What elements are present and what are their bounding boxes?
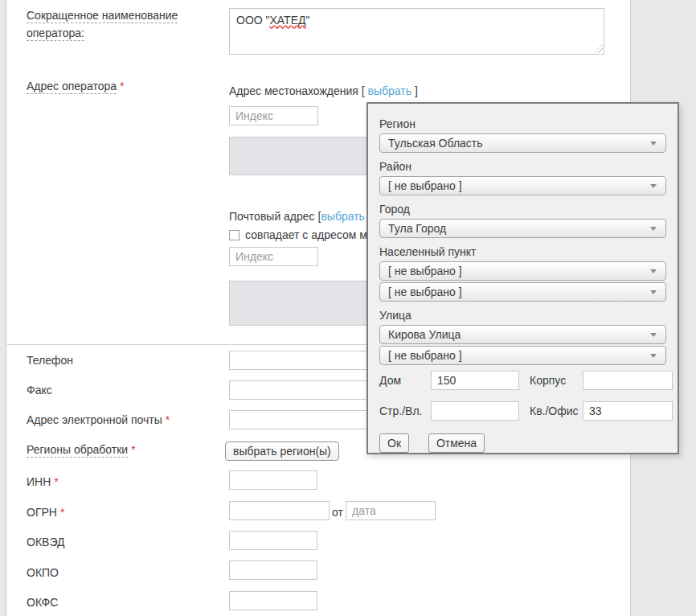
required-asterisk: *	[166, 413, 170, 426]
chevron-down-icon	[650, 269, 657, 273]
cancel-button[interactable]: Отмена	[428, 433, 485, 453]
resize-handle-icon[interactable]	[594, 44, 603, 53]
settlement-select-1[interactable]: [ не выбрано ]	[379, 261, 666, 281]
operator-address-label: Адрес оператора*	[27, 77, 124, 95]
popup-buttons: Ок Отмена	[379, 433, 666, 453]
postal-index-input[interactable]	[229, 247, 318, 266]
office-input[interactable]	[583, 401, 673, 421]
street-select-2[interactable]: [ не выбрано ]	[379, 346, 666, 365]
chevron-down-icon	[650, 354, 657, 358]
postal-select-link[interactable]: выбрать	[321, 210, 365, 223]
required-asterisk: *	[131, 443, 135, 456]
city-select[interactable]: Тула Город	[379, 219, 666, 238]
misspelled-word: ХАТЕД	[270, 14, 306, 27]
required-asterisk: *	[54, 475, 58, 488]
inn-input[interactable]	[229, 470, 317, 490]
okfs-input[interactable]	[229, 591, 317, 610]
short-name-value: ООО "ХАТЕД"	[236, 14, 309, 27]
chevron-down-icon	[650, 290, 657, 294]
left-rail	[0, 0, 6, 616]
district-select[interactable]: [ не выбрано ]	[379, 176, 666, 195]
okved-input[interactable]	[229, 531, 317, 550]
chevron-down-icon	[650, 142, 657, 146]
ogrn-label: ОГРН*	[27, 503, 64, 521]
select-regions-button[interactable]: выбрать регион(ы)	[225, 441, 339, 461]
fax-label: Факс	[27, 381, 52, 399]
short-name-textarea[interactable]: ООО "ХАТЕД"	[229, 8, 604, 55]
location-index-input[interactable]	[229, 106, 318, 125]
building-input[interactable]	[583, 371, 673, 390]
structure-label: Стр./Вл.	[379, 404, 431, 418]
house-label: Дом	[379, 373, 431, 388]
required-asterisk: *	[60, 506, 64, 519]
ok-button[interactable]: Ок	[379, 433, 409, 453]
postal-same-checkbox[interactable]	[229, 230, 240, 240]
short-name-label: Сокращенное наименование оператора:	[27, 6, 213, 42]
structure-input[interactable]	[431, 401, 519, 421]
address-select-popup: Регион Тульская Область Район [ не выбра…	[366, 102, 679, 454]
office-label: Кв./Офис	[519, 404, 583, 418]
postal-same-label: совпадает с адресом ме	[245, 228, 374, 241]
okpo-label: ОКПО	[27, 564, 59, 581]
ogrn-from-label: от	[332, 503, 343, 521]
inn-label: ИНН*	[27, 473, 59, 491]
city-label: Город	[379, 202, 666, 216]
okved-label: ОКВЭД	[27, 533, 64, 551]
ogrn-date-input[interactable]	[346, 501, 436, 520]
settlement-label: Населенный пункт	[379, 244, 666, 259]
postal-address-header: Почтовый адрес [выбрать	[229, 207, 365, 225]
ogrn-input[interactable]	[229, 501, 330, 520]
phone-label: Телефон	[27, 351, 73, 369]
house-fields: Дом Корпус Стр./Вл. Кв./Офис	[379, 371, 666, 421]
chevron-down-icon	[650, 227, 657, 231]
region-select[interactable]: Тульская Область	[379, 133, 666, 153]
okfs-label: ОКФС	[27, 593, 58, 611]
building-label: Корпус	[519, 373, 583, 388]
chevron-down-icon	[650, 184, 657, 188]
okpo-input[interactable]	[229, 561, 317, 580]
settlement-select-2[interactable]: [ не выбрано ]	[379, 282, 666, 302]
district-label: Район	[379, 159, 666, 174]
street-select-1[interactable]: Кирова Улица	[379, 325, 666, 344]
house-input[interactable]	[431, 371, 519, 390]
email-label: Адрес электронной почты*	[27, 411, 170, 429]
location-select-link[interactable]: выбрать	[368, 84, 412, 97]
location-address-header: Адрес местонахождения [ выбрать ]	[229, 82, 418, 100]
operator-registration-form: Сокращенное наименование оператора: ООО …	[0, 0, 696, 616]
postal-same-row: совпадает с адресом ме	[229, 226, 374, 244]
street-label: Улица	[379, 308, 666, 322]
region-label: Регион	[379, 117, 666, 131]
regions-label: Регионы обработки*	[27, 441, 136, 458]
chevron-down-icon	[650, 333, 657, 337]
required-asterisk: *	[120, 80, 124, 92]
